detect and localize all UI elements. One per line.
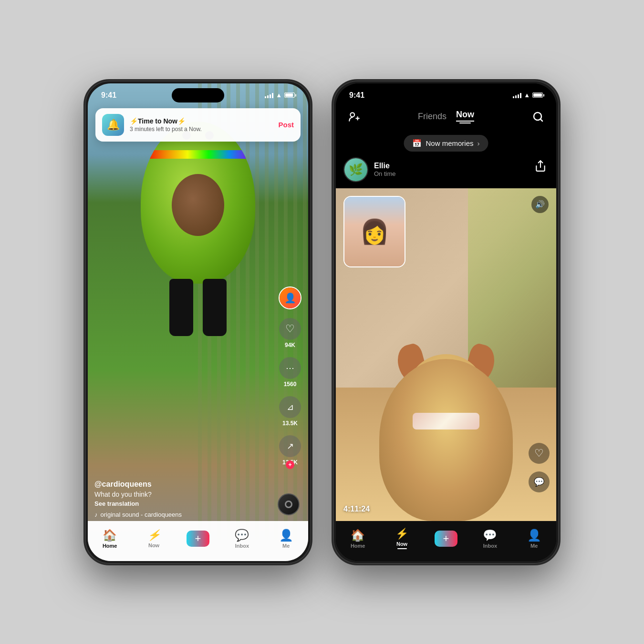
- now-icon-2: ⚡: [395, 528, 408, 540]
- now-like-button[interactable]: ♡: [529, 443, 550, 464]
- now-share-button[interactable]: [534, 160, 547, 175]
- nav-plus-2[interactable]: +: [432, 531, 460, 547]
- post-user-avatar[interactable]: 🌿: [343, 157, 368, 182]
- dog-scarf: [413, 413, 479, 429]
- inbox-label-2: Inbox: [483, 543, 497, 549]
- phone-2: 9:41 ▲: [332, 79, 561, 565]
- now-comment-button[interactable]: 💬: [529, 471, 550, 492]
- nav-now-1[interactable]: ⚡ Now: [140, 529, 168, 548]
- nav-inbox-2[interactable]: 💬 Inbox: [476, 529, 504, 549]
- memories-pill-button[interactable]: 📅 Now memories ›: [404, 135, 488, 152]
- inbox-label-1: Inbox: [235, 543, 249, 549]
- tab-now[interactable]: Now: [456, 110, 474, 122]
- me-icon-2: 👤: [527, 529, 541, 542]
- inbox-icon-2: 💬: [483, 529, 497, 542]
- memories-chevron-icon: ›: [478, 139, 480, 147]
- home-icon-2: 🏠: [351, 529, 365, 542]
- sound-toggle-button[interactable]: 🔊: [531, 196, 549, 213]
- me-icon-1: 👤: [279, 529, 293, 542]
- now-content: 👩 🔊 ♡ 💬 4:11:24: [336, 188, 556, 521]
- inbox-icon-1: 💬: [235, 529, 249, 542]
- dynamic-island-2: [420, 88, 472, 102]
- now-tab-group: Friends Now: [418, 110, 474, 123]
- svg-point-0: [350, 112, 354, 117]
- see-translation-button[interactable]: See translation: [94, 500, 275, 507]
- scene: 9:41 ▲: [0, 0, 644, 644]
- home-icon-1: 🏠: [103, 529, 117, 542]
- nav-home-2[interactable]: 🏠 Home: [343, 529, 372, 549]
- dog-fur: [379, 359, 513, 521]
- video-actions: 👤 + ♡ 94K ⋯ 1560 ⊿ 13.5K: [279, 286, 301, 466]
- nav-me-1[interactable]: 👤 Me: [272, 529, 301, 549]
- notification-text: ⚡Time to Now⚡ 3 minutes left to post a N…: [130, 117, 272, 133]
- post-user-details: Ellie On time: [374, 162, 396, 177]
- wifi-icon-2: ▲: [524, 92, 530, 99]
- follow-button[interactable]: +: [286, 460, 294, 469]
- nav-me-2[interactable]: 👤 Me: [520, 529, 549, 549]
- creator-avatar: 👤: [279, 286, 301, 309]
- bottom-nav-2: 🏠 Home ⚡ Now + 💬 In: [336, 521, 556, 561]
- notification-banner[interactable]: 🔔 ⚡Time to Now⚡ 3 minutes left to post a…: [95, 108, 301, 142]
- now-label-1: Now: [148, 542, 159, 548]
- avocado-character: [131, 122, 265, 360]
- notification-icon: 🔔: [102, 114, 124, 136]
- comment-button[interactable]: ⋯ 1560: [279, 357, 301, 388]
- phone1-screen: 9:41 ▲: [88, 83, 308, 561]
- post-username: Ellie: [374, 162, 396, 170]
- nav-inbox-1[interactable]: 💬 Inbox: [228, 529, 256, 549]
- search-button[interactable]: [530, 108, 547, 125]
- memories-label: Now memories: [426, 139, 473, 147]
- wifi-icon-1: ▲: [276, 92, 282, 99]
- now-post-actions: ♡ 💬: [529, 443, 550, 492]
- dog-character: [374, 340, 518, 521]
- signal-icon-2: [513, 92, 521, 98]
- add-friend-button[interactable]: [345, 108, 363, 125]
- battery-icon-2: [532, 92, 543, 98]
- video-description: What do you think?: [94, 491, 275, 498]
- music-note-icon: ♪: [94, 511, 98, 518]
- video-sound: ♪ original sound - cardioqueens: [94, 511, 275, 518]
- phone2-screen: 9:41 ▲: [336, 83, 556, 561]
- phone-1: 9:41 ▲: [83, 79, 312, 565]
- music-disc[interactable]: [278, 493, 300, 515]
- now-icon-1: ⚡: [147, 529, 160, 542]
- sound-text: original sound - cardioqueens: [101, 511, 182, 518]
- home-label-2: Home: [351, 543, 365, 549]
- now-label-2: Now: [396, 541, 407, 547]
- home-label-1: Home: [103, 543, 117, 549]
- post-status: On time: [374, 170, 396, 177]
- tab-active-indicator: [459, 123, 471, 123]
- now-timer: 4:11:24: [343, 505, 370, 513]
- creator-avatar-button[interactable]: 👤 +: [279, 286, 301, 309]
- notification-subtitle: 3 minutes left to post a Now.: [130, 126, 272, 133]
- me-label-1: Me: [282, 543, 290, 549]
- notification-title: ⚡Time to Now⚡: [130, 117, 272, 125]
- bottom-nav-1: 🏠 Home ⚡ Now + 💬 Inbox: [88, 521, 308, 561]
- now-header: Friends Now: [336, 104, 556, 129]
- nav-plus-1[interactable]: +: [184, 531, 212, 547]
- plus-icon-1: +: [195, 532, 201, 545]
- calendar-icon: 📅: [412, 139, 422, 148]
- svg-line-4: [540, 119, 542, 121]
- like-button[interactable]: ♡ 94K: [279, 318, 301, 348]
- selfie-photo: 👩: [344, 197, 405, 266]
- selfie-thumbnail: 👩: [343, 196, 405, 267]
- bookmark-button[interactable]: ⊿ 13.5K: [279, 396, 301, 427]
- create-button-2[interactable]: +: [435, 531, 457, 547]
- me-label-2: Me: [530, 543, 538, 549]
- dynamic-island-1: [172, 88, 224, 102]
- time-1: 9:41: [101, 91, 116, 100]
- nav-now-2[interactable]: ⚡ Now: [388, 528, 416, 549]
- battery-icon-1: [284, 92, 295, 98]
- status-icons-1: ▲: [265, 92, 295, 99]
- create-button-1[interactable]: +: [187, 531, 209, 547]
- music-disc-inner: [285, 501, 292, 508]
- notification-post-button[interactable]: Post: [278, 121, 294, 129]
- time-2: 9:41: [349, 91, 364, 100]
- now-main-photo: 👩 🔊 ♡ 💬 4:11:24: [336, 188, 556, 521]
- nav-home-1[interactable]: 🏠 Home: [95, 529, 124, 549]
- tab-friends[interactable]: Friends: [418, 112, 447, 122]
- now-active-dot: [397, 548, 407, 549]
- video-username[interactable]: @cardioqueens: [94, 480, 275, 489]
- status-icons-2: ▲: [513, 92, 543, 99]
